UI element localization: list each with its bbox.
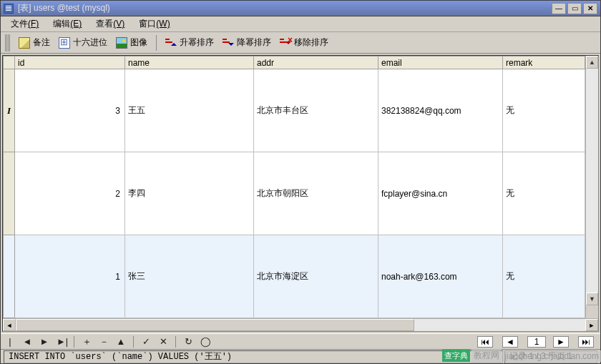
- col-header-email[interactable]: email: [378, 56, 503, 69]
- menu-file[interactable]: 文件(F): [5, 16, 44, 31]
- row-header[interactable]: [4, 69, 15, 152]
- image-icon: [116, 37, 127, 49]
- nav-last-button[interactable]: ►|: [57, 337, 67, 347]
- memo-button[interactable]: 备注: [14, 34, 54, 51]
- nav-edit-button[interactable]: ▲: [116, 337, 126, 347]
- col-header-remark[interactable]: remark: [503, 56, 585, 69]
- table-row[interactable]: 3 王五 北京市丰台区 382138824@qq.com 无: [4, 69, 585, 152]
- image-button[interactable]: 图像: [112, 34, 152, 51]
- cell-remark[interactable]: 无: [503, 152, 585, 235]
- cell-id[interactable]: 3: [15, 69, 125, 152]
- header-row: id name addr email remark: [4, 56, 585, 69]
- scroll-down-button[interactable]: ▼: [586, 292, 598, 305]
- scroll-corner: [586, 305, 598, 318]
- page-first-button[interactable]: ⏮: [477, 336, 493, 348]
- nav-commit-button[interactable]: ✓: [141, 337, 151, 347]
- sort-asc-icon: [165, 37, 177, 49]
- nav-first-button[interactable]: |◄: [5, 337, 15, 347]
- scroll-left-button[interactable]: ◄: [3, 319, 16, 331]
- hex-icon: [59, 37, 70, 49]
- status-record: 记录 1 / 3 于页 1: [504, 350, 597, 363]
- memo-icon: [19, 37, 30, 49]
- data-grid[interactable]: id name addr email remark 3 王五 北京市丰台区 38…: [3, 56, 585, 318]
- cell-name[interactable]: 王五: [125, 69, 254, 152]
- nav-next-button[interactable]: ►: [39, 337, 49, 347]
- maximize-button[interactable]: ▭: [567, 3, 582, 14]
- scroll-up-button[interactable]: ▲: [586, 56, 598, 69]
- cell-id[interactable]: 2: [15, 152, 125, 235]
- hex-button[interactable]: 十六进位: [54, 34, 112, 51]
- sort-desc-button[interactable]: 降幂排序: [218, 34, 275, 51]
- nav-refresh-button[interactable]: ↻: [183, 337, 193, 347]
- nav-stop-button[interactable]: ◯: [200, 337, 210, 347]
- cell-remark[interactable]: 无: [503, 235, 585, 318]
- nav-cancel-button[interactable]: ✕: [158, 337, 168, 347]
- cell-name[interactable]: 李四: [125, 152, 254, 235]
- page-prev-button[interactable]: ◄: [502, 336, 518, 348]
- cell-remark[interactable]: 无: [503, 69, 585, 152]
- horizontal-scrollbar[interactable]: ◄ ►: [3, 318, 598, 331]
- title-bar: [表] users @test (mysql) — ▭ ✕: [1, 1, 600, 16]
- table-row[interactable]: 1 张三 北京市海淀区 noah-ark@163.com 无: [4, 235, 585, 318]
- minimize-button[interactable]: —: [552, 3, 566, 14]
- cell-addr[interactable]: 北京市朝阳区: [254, 152, 378, 235]
- cell-email[interactable]: noah-ark@163.com: [378, 235, 503, 318]
- scroll-right-button[interactable]: ►: [585, 319, 598, 331]
- page-input[interactable]: [527, 336, 546, 348]
- nav-prev-button[interactable]: ◄: [22, 337, 32, 347]
- nav-add-button[interactable]: ＋: [82, 337, 92, 347]
- col-header-name[interactable]: name: [125, 56, 254, 69]
- cell-addr[interactable]: 北京市海淀区: [254, 235, 378, 318]
- menu-view[interactable]: 查看(V): [90, 16, 130, 31]
- cell-addr[interactable]: 北京市丰台区: [254, 69, 378, 152]
- scroll-thumb[interactable]: [16, 319, 414, 331]
- page-last-button[interactable]: ⏭: [578, 336, 594, 348]
- menu-bar: 文件(F) 编辑(E) 查看(V) 窗口(W): [1, 16, 600, 32]
- sort-desc-icon: [223, 37, 234, 49]
- nav-delete-button[interactable]: －: [99, 337, 109, 347]
- sort-asc-button[interactable]: 升幂排序: [161, 34, 218, 51]
- table-row[interactable]: 2 李四 北京市朝阳区 fcplayer@sina.cn 无: [4, 152, 585, 235]
- cell-id[interactable]: 1: [15, 235, 125, 318]
- cell-name[interactable]: 张三: [125, 235, 254, 318]
- row-header[interactable]: [4, 235, 15, 318]
- toolbar: 备注 十六进位 图像 升幂排序 降幂排序 移除排序: [1, 32, 600, 54]
- status-sql: INSERT INTO `users` (`name`) VALUES ('王五…: [4, 350, 503, 363]
- cell-email[interactable]: 382138824@qq.com: [378, 69, 503, 152]
- corner-header[interactable]: [4, 56, 15, 69]
- window-title: [表] users @test (mysql): [18, 2, 552, 14]
- cell-email[interactable]: fcplayer@sina.cn: [378, 152, 503, 235]
- toolbar-grip[interactable]: [5, 34, 10, 51]
- sort-remove-button[interactable]: 移除排序: [275, 34, 333, 51]
- menu-edit[interactable]: 编辑(E): [47, 16, 87, 31]
- vertical-scrollbar[interactable]: ▲ ▼: [585, 56, 598, 318]
- sort-remove-icon: [280, 37, 291, 49]
- col-header-id[interactable]: id: [15, 56, 125, 69]
- page-next-button[interactable]: ►: [553, 336, 569, 348]
- col-header-addr[interactable]: addr: [254, 56, 378, 69]
- close-button[interactable]: ✕: [583, 3, 597, 14]
- menu-window[interactable]: 窗口(W): [133, 16, 175, 31]
- status-bar: INSERT INTO `users` (`name`) VALUES ('王五…: [1, 349, 600, 363]
- table-icon: [4, 4, 14, 14]
- record-navigator: |◄ ◄ ► ►| ＋ － ▲ ✓ ✕ ↻ ◯ ⏮ ◄ ► ⏭: [1, 333, 600, 349]
- toolbar-divider: [156, 35, 157, 51]
- row-header[interactable]: [4, 152, 15, 235]
